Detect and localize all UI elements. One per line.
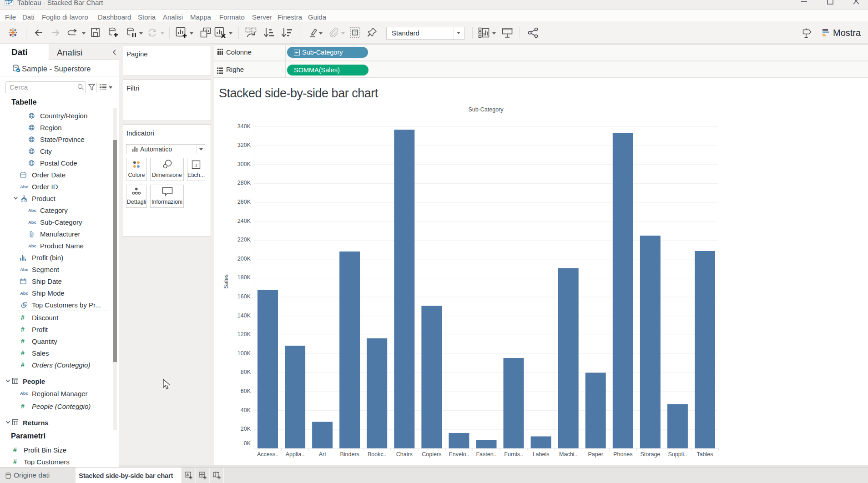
svg-text:T: T — [195, 162, 198, 168]
svg-text:T: T — [353, 30, 356, 35]
